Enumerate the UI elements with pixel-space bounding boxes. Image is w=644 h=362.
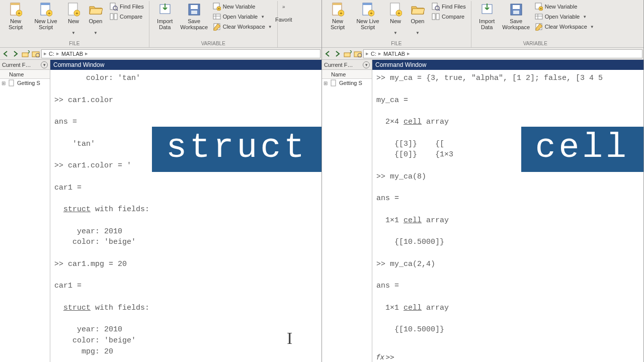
nav-back-button[interactable] bbox=[323, 49, 332, 58]
cf-item[interactable]: ⊞ Getting S bbox=[322, 79, 372, 87]
save-workspace-button[interactable]: Save Workspace bbox=[501, 1, 532, 31]
find-files-icon bbox=[110, 3, 118, 11]
clear-workspace-button[interactable]: Clear Workspace ▼ bbox=[211, 22, 274, 31]
open-variable-button[interactable]: Open Variable ▼ bbox=[211, 12, 274, 21]
address-field[interactable]: ▸ C: ▸ MATLAB ▸ bbox=[41, 49, 320, 58]
open-button[interactable]: Open ▼ bbox=[85, 1, 107, 36]
nav-browse-icon[interactable] bbox=[31, 49, 40, 58]
undock-button[interactable]: ▾ bbox=[41, 61, 48, 68]
nav-browse-icon[interactable] bbox=[353, 49, 362, 58]
fx-icon[interactable]: fx bbox=[375, 353, 384, 361]
save-workspace-icon bbox=[187, 2, 202, 17]
open-label: Open bbox=[411, 18, 425, 24]
breadcrumb-sep-icon: ▸ bbox=[44, 50, 47, 57]
new-icon: + bbox=[388, 2, 403, 17]
nav-forward-button[interactable] bbox=[11, 49, 20, 58]
chevron-down-icon: ▼ bbox=[71, 31, 75, 36]
breadcrumb-sep-icon: ▸ bbox=[407, 50, 410, 57]
svg-rect-61 bbox=[331, 80, 336, 86]
breadcrumb-drive[interactable]: C: bbox=[49, 51, 54, 57]
new-button[interactable]: + New ▼ bbox=[62, 1, 85, 36]
svg-rect-46 bbox=[436, 14, 439, 20]
breadcrumb-folder[interactable]: MATLAB bbox=[383, 51, 405, 57]
command-window-body[interactable]: >> my_ca = {3, true, "alpha", [1 2]; fal… bbox=[372, 70, 643, 362]
find-files-button[interactable]: Find Files bbox=[108, 2, 146, 11]
cf-column-header[interactable]: Name bbox=[0, 70, 50, 79]
expand-icon[interactable]: ⊞ bbox=[1, 80, 6, 86]
breadcrumb-folder[interactable]: MATLAB bbox=[61, 51, 83, 57]
open-button[interactable]: Open ▼ bbox=[407, 1, 429, 36]
breadcrumb-drive[interactable]: C: bbox=[371, 51, 376, 57]
svg-rect-58 bbox=[344, 53, 350, 57]
new-script-label: New Script bbox=[325, 18, 350, 31]
new-button[interactable]: + New ▼ bbox=[384, 1, 407, 36]
expand-icon[interactable]: ⊞ bbox=[323, 80, 328, 86]
new-script-button[interactable]: + New Script bbox=[324, 1, 351, 31]
save-workspace-icon bbox=[509, 2, 524, 17]
prompt-row[interactable]: fx >> bbox=[372, 352, 643, 362]
svg-text:+: + bbox=[75, 11, 78, 16]
new-variable-button[interactable]: + New Variable bbox=[533, 2, 596, 11]
svg-rect-36 bbox=[363, 3, 372, 5]
group-variable: Import Data Save Workspace + New Variabl… bbox=[471, 1, 599, 47]
find-files-button[interactable]: Find Files bbox=[430, 2, 468, 11]
chevron-down-icon: ▼ bbox=[261, 15, 265, 19]
more-icon: » bbox=[282, 4, 285, 10]
svg-text:+: + bbox=[18, 11, 21, 16]
new-variable-button[interactable]: + New Variable bbox=[211, 2, 274, 11]
address-field[interactable]: ▸ C: ▸ MATLAB ▸ bbox=[363, 49, 642, 58]
import-data-label: Import Data bbox=[152, 18, 178, 31]
svg-text:+: + bbox=[540, 7, 542, 11]
import-data-button[interactable]: Import Data bbox=[473, 1, 501, 31]
current-folder-title: Current F… bbox=[324, 62, 353, 68]
new-icon: + bbox=[66, 2, 81, 17]
clear-workspace-label: Clear Workspace bbox=[223, 24, 265, 30]
import-data-label: Import Data bbox=[474, 18, 500, 31]
compare-button[interactable]: Compare bbox=[430, 12, 468, 21]
import-data-button[interactable]: Import Data bbox=[151, 1, 179, 31]
compare-icon bbox=[432, 13, 440, 21]
cf-item[interactable]: ⊞ Getting S bbox=[0, 79, 50, 87]
cf-column-header[interactable]: Name bbox=[322, 70, 372, 79]
compare-button[interactable]: Compare bbox=[108, 12, 146, 21]
undock-button[interactable]: ▾ bbox=[363, 61, 370, 68]
new-script-icon: + bbox=[8, 2, 23, 17]
address-bar: ▸ C: ▸ MATLAB ▸ bbox=[322, 48, 643, 60]
chevron-down-icon: ▼ bbox=[416, 31, 420, 36]
breadcrumb-sep-icon: ▸ bbox=[366, 50, 369, 57]
svg-text:+: + bbox=[397, 11, 400, 16]
new-live-script-button[interactable]: + New Live Script bbox=[351, 1, 384, 31]
nav-back-button[interactable] bbox=[1, 49, 10, 58]
svg-rect-50 bbox=[513, 11, 519, 14]
command-window-title: Command Window bbox=[372, 60, 643, 70]
overlay-cell-label: cell bbox=[521, 127, 643, 172]
new-script-button[interactable]: + New Script bbox=[2, 1, 29, 31]
group-variable: Import Data Save Workspace + New Variabl… bbox=[149, 1, 278, 47]
left-pane: + New Script + New Live Script + New ▼ bbox=[0, 0, 322, 362]
open-variable-button[interactable]: Open Variable ▼ bbox=[533, 12, 596, 21]
chevron-down-icon: ▼ bbox=[583, 15, 587, 19]
save-workspace-button[interactable]: Save Workspace bbox=[179, 1, 210, 31]
new-label: New bbox=[68, 18, 79, 24]
current-folder-title: Current F… bbox=[2, 62, 31, 68]
nav-up-icon[interactable] bbox=[343, 49, 352, 58]
new-live-script-button[interactable]: + New Live Script bbox=[29, 1, 62, 31]
clear-workspace-button[interactable]: Clear Workspace ▼ bbox=[533, 22, 596, 31]
open-variable-label: Open Variable bbox=[223, 14, 258, 20]
chevron-down-icon: ▼ bbox=[268, 25, 272, 29]
chevron-down-icon: ▼ bbox=[590, 25, 594, 29]
open-variable-icon bbox=[213, 13, 221, 21]
breadcrumb-sep-icon: ▸ bbox=[85, 50, 88, 57]
cf-col-name: Name bbox=[331, 71, 346, 77]
nav-up-icon[interactable] bbox=[21, 49, 30, 58]
toolstrip-more-button[interactable]: » Favorit bbox=[278, 1, 290, 47]
svg-rect-32 bbox=[333, 3, 342, 5]
command-window-body[interactable]: color: 'tan' >> car1.color ans = 'tan' >… bbox=[50, 70, 321, 362]
clear-workspace-icon bbox=[213, 23, 221, 31]
svg-line-13 bbox=[117, 10, 118, 11]
new-variable-label: New Variable bbox=[223, 4, 256, 10]
new-script-icon: + bbox=[330, 2, 345, 17]
nav-forward-button[interactable] bbox=[333, 49, 342, 58]
overlay-struct-label: struct bbox=[152, 127, 321, 172]
compare-label: Compare bbox=[120, 14, 142, 20]
